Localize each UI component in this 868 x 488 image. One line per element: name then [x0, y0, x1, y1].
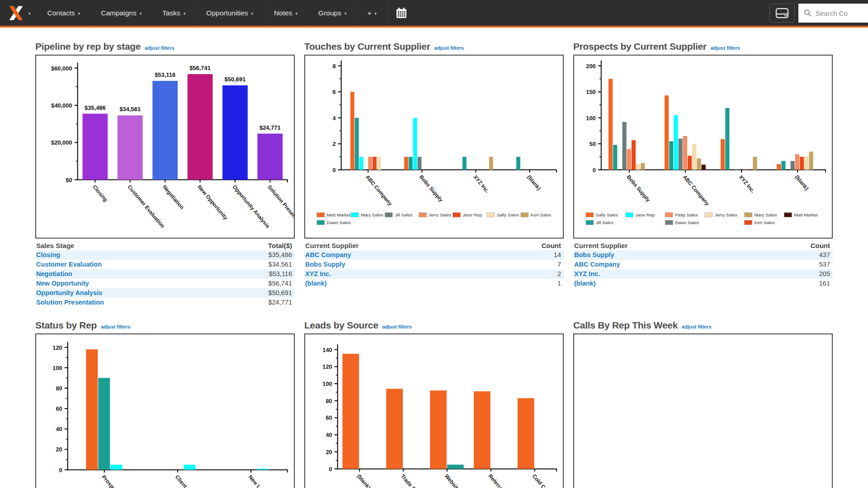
- table-value: 437: [819, 251, 830, 259]
- svg-text:Cold Call: Cold Call: [531, 473, 551, 488]
- table-link[interactable]: New Opportunity: [36, 279, 89, 288]
- table-link[interactable]: Opportunity Analysis: [36, 289, 102, 297]
- caret-down-icon: ▾: [78, 10, 80, 16]
- widget-prospects: Prospects by Current Supplier adjust fil…: [573, 41, 833, 307]
- nav-item-tasks[interactable]: Tasks▾: [152, 0, 196, 26]
- widget-title: Prospects by Current Supplier: [573, 41, 707, 52]
- status-chart: 020406080100120ProspectClientNew Lead: [35, 333, 295, 488]
- table-header-value: Count: [542, 241, 561, 250]
- table-value: 537: [819, 260, 830, 269]
- touches-supplier-table: Current SupplierCountABC Company14Bobs S…: [304, 241, 564, 288]
- svg-text:Bobs Supply: Bobs Supply: [418, 174, 444, 203]
- widget-pipeline: Pipeline by rep by stage adjust filters …: [35, 41, 295, 307]
- svg-text:Client: Client: [174, 474, 189, 488]
- svg-text:XYZ Inc.: XYZ Inc.: [472, 174, 491, 194]
- svg-text:New Opportunity: New Opportunity: [196, 184, 229, 221]
- table-row: Customer Evaluation$34,561: [35, 260, 295, 269]
- nav-item-contacts[interactable]: Contacts▾: [38, 0, 91, 26]
- table-link[interactable]: Negotiation: [36, 270, 72, 278]
- widget-title: Leads by Source: [304, 320, 378, 331]
- table-value: $24,771: [269, 298, 292, 307]
- table-value: $53,116: [269, 270, 292, 278]
- table-header-value: Count: [811, 241, 830, 250]
- svg-text:100: 100: [322, 380, 332, 387]
- svg-text:40: 40: [56, 426, 62, 432]
- svg-text:Website: Website: [443, 473, 462, 488]
- table-link[interactable]: ABC Company: [305, 251, 351, 259]
- nav-right-cluster: [769, 4, 868, 23]
- table-value: $56,741: [269, 279, 292, 288]
- svg-text:100: 100: [586, 115, 596, 122]
- svg-text:$24,771: $24,771: [259, 124, 281, 131]
- svg-text:80: 80: [326, 398, 332, 404]
- nav-item-calendar[interactable]: [387, 0, 416, 26]
- search-input[interactable]: [816, 9, 868, 17]
- calls-chart: [573, 333, 833, 488]
- table-link[interactable]: Solution Presentation: [36, 298, 104, 307]
- widget-calls: Calls By Rep This Week adjust filters: [573, 320, 833, 488]
- svg-text:Bobs Supply: Bobs Supply: [626, 174, 652, 203]
- nav-item-opportunities[interactable]: Opportunities▾: [196, 0, 264, 26]
- svg-text:(blank): (blank): [526, 174, 542, 192]
- table-link[interactable]: Bobs Supply: [305, 260, 345, 269]
- drive-icon: [775, 8, 789, 19]
- svg-text:$53,116: $53,116: [155, 71, 175, 78]
- svg-text:150: 150: [586, 89, 596, 95]
- adjust-filters-link[interactable]: adjust filters: [711, 45, 740, 51]
- adjust-filters-link[interactable]: adjust filters: [145, 45, 174, 51]
- archive-button[interactable]: [769, 4, 795, 23]
- svg-text:$50,691: $50,691: [225, 76, 246, 83]
- svg-text:Dawn Sales: Dawn Sales: [327, 220, 351, 225]
- table-link[interactable]: XYZ Inc.: [574, 270, 600, 278]
- nav-item-notes[interactable]: Notes▾: [264, 0, 308, 26]
- table-link[interactable]: (blank): [574, 279, 596, 288]
- widget-title: Calls By Rep This Week: [573, 320, 678, 331]
- search-icon: [804, 9, 812, 17]
- svg-text:$34,561: $34,561: [119, 106, 141, 113]
- svg-text:$56,741: $56,741: [189, 65, 211, 71]
- table-value: 1: [557, 279, 561, 288]
- app-logo[interactable]: ▾: [0, 0, 38, 26]
- svg-text:Dawn Sales: Dawn Sales: [675, 220, 699, 225]
- adjust-filters-link[interactable]: adjust filters: [434, 45, 464, 51]
- table-row: Negotiation$53,116: [35, 269, 295, 279]
- nav-item-add[interactable]: +▾: [357, 0, 387, 26]
- table-link[interactable]: Closing: [36, 251, 60, 259]
- svg-text:0: 0: [593, 167, 596, 174]
- caret-down-icon: ▾: [140, 10, 142, 16]
- adjust-filters-link[interactable]: adjust filters: [682, 324, 711, 329]
- widget-title: Status by Rep: [35, 320, 97, 331]
- table-row: New Opportunity$56,741: [35, 279, 295, 288]
- adjust-filters-link[interactable]: adjust filters: [101, 324, 130, 329]
- adjust-filters-link[interactable]: adjust filters: [382, 324, 412, 329]
- nav-item-groups[interactable]: Groups▾: [308, 0, 357, 26]
- table-link[interactable]: ABC Company: [574, 260, 620, 269]
- svg-text:Trade Show: Trade Show: [400, 473, 424, 488]
- svg-text:New Lead: New Lead: [247, 474, 269, 488]
- svg-text:Prospect: Prospect: [101, 474, 121, 488]
- table-link[interactable]: Bobs Supply: [574, 251, 614, 259]
- nav-item-label: Notes: [274, 9, 292, 17]
- nav-item-campaigns[interactable]: Campaigns▾: [90, 0, 152, 26]
- caret-down-icon: ▾: [296, 10, 298, 16]
- svg-text:$60,000: $60,000: [51, 65, 72, 72]
- table-value: 2: [557, 270, 561, 278]
- svg-text:Patty Sales: Patty Sales: [675, 212, 698, 217]
- caret-down-icon: ▾: [28, 10, 31, 16]
- table-link[interactable]: Customer Evaluation: [36, 260, 102, 269]
- table-link[interactable]: (blank): [305, 279, 327, 288]
- svg-text:Mary Sales: Mary Sales: [755, 212, 777, 217]
- nav-item-label: +: [367, 9, 371, 17]
- svg-text:(blank): (blank): [356, 473, 372, 488]
- svg-text:XYZ Inc.: XYZ Inc.: [738, 174, 756, 194]
- svg-text:$35,486: $35,486: [85, 104, 106, 111]
- prospects-supplier-table: Current SupplierCountBobs Supply437ABC C…: [573, 241, 833, 288]
- caret-down-icon: ▾: [375, 10, 377, 16]
- table-link[interactable]: XYZ Inc.: [305, 270, 331, 278]
- table-value: 14: [554, 251, 561, 259]
- table-header-row: Current SupplierCount: [573, 241, 833, 250]
- svg-text:20: 20: [56, 446, 62, 453]
- svg-text:8: 8: [333, 63, 336, 70]
- search-box: [798, 4, 868, 23]
- svg-text:0: 0: [59, 467, 62, 474]
